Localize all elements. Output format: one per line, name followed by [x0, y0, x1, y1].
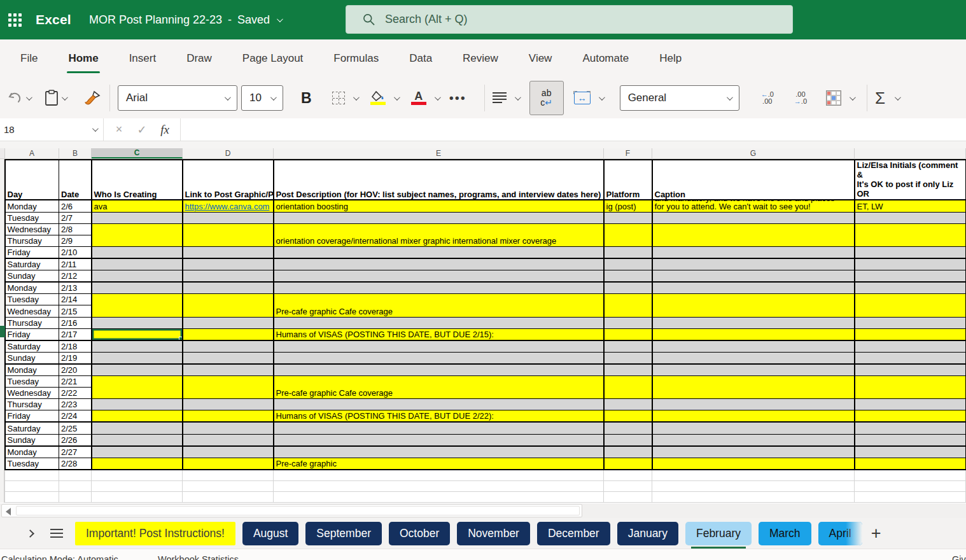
cell-caption[interactable]: [652, 352, 855, 364]
empty-cell[interactable]: [855, 480, 966, 491]
cell-caption[interactable]: [652, 212, 855, 223]
workbook-statistics-button[interactable]: Workbook Statistics: [158, 554, 239, 560]
cell-caption[interactable]: [652, 399, 855, 410]
cell-who-is-creating[interactable]: [92, 422, 183, 434]
cell-caption[interactable]: [652, 376, 855, 399]
cell-platform[interactable]: [604, 410, 652, 423]
sheet-tab-january[interactable]: January: [617, 522, 678, 545]
number-format-select[interactable]: General: [620, 85, 739, 111]
empty-cell[interactable]: [652, 491, 855, 502]
empty-cell[interactable]: [855, 491, 966, 502]
header-cell-link-to-post-graphic-p[interactable]: Link to Post Graphic/P: [183, 160, 274, 200]
cell-initials[interactable]: [855, 364, 966, 376]
sheet-tab-march[interactable]: March: [759, 522, 811, 545]
cell-initials[interactable]: [855, 422, 966, 434]
day-cell[interactable]: Wednesday: [5, 305, 59, 317]
empty-cell[interactable]: [604, 480, 652, 491]
cell-initials[interactable]: [855, 282, 966, 294]
fill-color-dropdown-icon[interactable]: [394, 94, 400, 101]
ribbon-tab-file[interactable]: File: [5, 39, 53, 78]
cell-link[interactable]: [183, 364, 274, 376]
cell-post-description[interactable]: Pre-cafe graphic: [274, 458, 604, 470]
empty-cell[interactable]: [92, 470, 183, 480]
day-cell[interactable]: Monday: [5, 200, 59, 212]
sheet-tab-october[interactable]: October: [389, 522, 450, 545]
sheet-tab-september[interactable]: September: [305, 522, 382, 545]
cell-post-description[interactable]: orientation coverage/international mixer…: [274, 223, 604, 246]
increase-decimal-button[interactable]: .00 →.0: [794, 91, 807, 105]
ribbon-tab-automate[interactable]: Automate: [567, 39, 644, 78]
empty-cell[interactable]: [274, 480, 604, 491]
sheet-tab-february[interactable]: February: [685, 522, 752, 545]
merge-dropdown-icon[interactable]: [599, 94, 605, 101]
column-header-G[interactable]: G: [652, 148, 855, 158]
ribbon-tab-review[interactable]: Review: [447, 39, 514, 78]
cell-who-is-creating[interactable]: [92, 294, 183, 317]
alignment-control[interactable]: [493, 92, 519, 104]
add-sheet-button[interactable]: +: [871, 525, 881, 542]
date-cell[interactable]: 2/26: [59, 434, 92, 446]
empty-cell[interactable]: [59, 480, 92, 491]
date-cell[interactable]: 2/22: [59, 388, 92, 399]
sheet-nav-next-button[interactable]: [22, 531, 38, 536]
cell-platform[interactable]: ig (post): [604, 200, 652, 212]
cell-post-description[interactable]: Humans of VISAS (POSTING THIS DATE, BUT …: [274, 328, 604, 340]
cell-post-description[interactable]: [274, 446, 604, 458]
empty-cell[interactable]: [5, 491, 59, 502]
column-header-B[interactable]: B: [59, 148, 92, 158]
cell-initials[interactable]: [855, 317, 966, 328]
header-cell-platform[interactable]: Platform: [604, 160, 652, 200]
cell-who-is-creating[interactable]: [92, 317, 183, 328]
cell-caption[interactable]: [652, 294, 855, 317]
cell-caption[interactable]: [652, 246, 855, 258]
cell-platform[interactable]: [604, 376, 652, 399]
cell-platform[interactable]: [604, 352, 652, 364]
conditional-formatting-control[interactable]: [826, 90, 854, 106]
cell-caption[interactable]: [652, 422, 855, 434]
scrollbar-track[interactable]: [1, 504, 582, 517]
day-cell[interactable]: Tuesday: [5, 294, 59, 305]
cell-initials[interactable]: [855, 399, 966, 410]
canva-link[interactable]: https://www.canva.com: [185, 202, 270, 211]
header-cell-liz-elsa-initials-comment[interactable]: Liz/Elsa Initials (comment & It's OK to …: [855, 160, 966, 200]
cell-who-is-creating[interactable]: [92, 223, 183, 246]
date-cell[interactable]: 2/17: [59, 328, 92, 340]
empty-cell[interactable]: [183, 470, 274, 480]
font-name-select[interactable]: Arial: [118, 85, 237, 111]
search-box[interactable]: Search (Alt + Q): [346, 5, 793, 34]
empty-cell[interactable]: [183, 491, 274, 502]
cell-link[interactable]: [183, 399, 274, 410]
date-cell[interactable]: 2/12: [59, 270, 92, 283]
cell-link[interactable]: [183, 410, 274, 423]
date-cell[interactable]: 2/21: [59, 376, 92, 388]
header-cell-date[interactable]: Date: [59, 160, 92, 200]
undo-dropdown-icon[interactable]: [26, 94, 32, 101]
undo-control[interactable]: [8, 91, 31, 105]
sheet-tab-important-post-instructions[interactable]: Important! Post Instructions!: [75, 522, 235, 545]
cell-caption[interactable]: [652, 434, 855, 446]
cell-post-description[interactable]: Pre-cafe graphic Cafe coverage: [274, 376, 604, 399]
day-cell[interactable]: Tuesday: [5, 376, 59, 388]
cell-link[interactable]: [183, 212, 274, 223]
cell-who-is-creating[interactable]: [92, 258, 183, 270]
column-header-A[interactable]: A: [5, 148, 59, 158]
cell-platform[interactable]: [604, 317, 652, 328]
date-cell[interactable]: 2/11: [59, 258, 92, 270]
cell-post-description[interactable]: [274, 352, 604, 364]
cell-caption[interactable]: [652, 223, 855, 246]
day-cell[interactable]: Thursday: [5, 399, 59, 410]
cell-who-is-creating[interactable]: [92, 246, 183, 258]
cell-post-description[interactable]: orientation boosting: [274, 200, 604, 212]
cell-initials[interactable]: [855, 340, 966, 353]
column-header-last[interactable]: [855, 148, 966, 158]
font-color-dropdown-icon[interactable]: [435, 94, 441, 101]
paste-control[interactable]: [45, 90, 66, 106]
day-cell[interactable]: Sunday: [5, 352, 59, 364]
day-cell[interactable]: Sunday: [5, 434, 59, 446]
day-cell[interactable]: Tuesday: [5, 212, 59, 223]
cell-initials[interactable]: [855, 258, 966, 270]
day-cell[interactable]: Wednesday: [5, 388, 59, 399]
day-cell[interactable]: Saturday: [5, 340, 59, 353]
day-cell[interactable]: Wednesday: [5, 223, 59, 235]
row-headers-strip[interactable]: [0, 159, 4, 503]
